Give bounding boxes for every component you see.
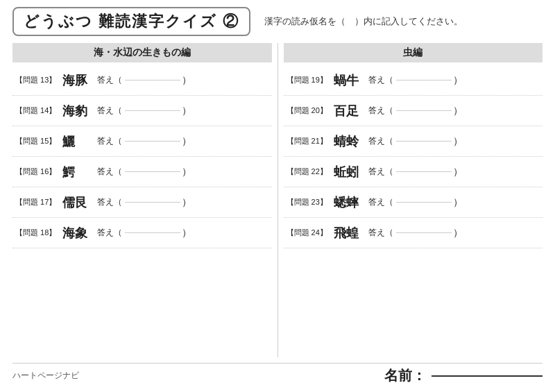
name-area: 名前： — [384, 366, 543, 385]
question-row: 【問題 16】鰐答え（） — [12, 157, 272, 187]
question-row: 【問題 19】蝸牛答え（） — [284, 65, 543, 96]
question-kanji: 蝸牛 — [334, 72, 363, 89]
question-number: 【問題 19】 — [287, 75, 328, 85]
answer-input-line[interactable] — [396, 202, 452, 203]
answer-input-line[interactable] — [125, 202, 180, 203]
answer-label: 答え（ — [97, 196, 122, 208]
question-row: 【問題 21】蜻蛉答え（） — [284, 126, 543, 157]
question-row: 【問題 18】海象答え（） — [12, 218, 272, 248]
answer-close-paren: ） — [182, 135, 191, 148]
name-input-line[interactable] — [432, 375, 543, 377]
question-kanji: 鰐 — [62, 164, 92, 180]
answer-input-line[interactable] — [396, 141, 452, 142]
question-number: 【問題 14】 — [15, 105, 57, 116]
left-section: 海・水辺の生きもの編 【問題 13】海豚答え（）【問題 14】海豹答え（）【問題… — [12, 43, 278, 357]
answer-close-paren: ） — [182, 74, 191, 87]
question-row: 【問題 22】蚯蚓答え（） — [284, 157, 543, 187]
answer-label: 答え（ — [97, 105, 122, 117]
answer-input-line[interactable] — [396, 232, 452, 233]
answer-label: 答え（ — [97, 227, 122, 239]
question-kanji: 儒艮 — [62, 194, 92, 211]
page: どうぶつ 難読漢字クイズ ② 漢字の読み仮名を（ ）内に記入してください。 海・… — [0, 0, 555, 392]
question-row: 【問題 24】飛蝗答え（） — [284, 218, 543, 248]
answer-label: 答え（ — [368, 227, 393, 239]
question-number: 【問題 16】 — [15, 167, 57, 177]
answer-input-line[interactable] — [396, 80, 452, 80]
question-kanji: 蜻蛉 — [334, 133, 363, 150]
question-number: 【問題 21】 — [287, 136, 328, 146]
answer-input-line[interactable] — [125, 171, 180, 172]
question-row: 【問題 23】蟋蟀答え（） — [284, 187, 543, 218]
question-kanji: 百足 — [334, 103, 363, 119]
answer-close-paren: ） — [453, 135, 463, 148]
answer-input-line[interactable] — [125, 232, 180, 233]
question-number: 【問題 24】 — [287, 228, 328, 238]
answer-close-paren: ） — [182, 105, 191, 117]
question-number: 【問題 13】 — [15, 75, 57, 85]
header: どうぶつ 難読漢字クイズ ② 漢字の読み仮名を（ ）内に記入してください。 — [12, 7, 543, 36]
answer-close-paren: ） — [453, 196, 463, 209]
question-number: 【問題 22】 — [287, 167, 328, 177]
question-kanji: 蟋蟀 — [334, 194, 363, 211]
question-kanji: 蚯蚓 — [334, 164, 363, 180]
footer: ハートページナビ 名前： — [12, 363, 543, 385]
answer-close-paren: ） — [182, 196, 191, 209]
question-number: 【問題 15】 — [15, 136, 57, 146]
question-row: 【問題 13】海豚答え（） — [12, 65, 272, 96]
answer-label: 答え（ — [97, 135, 122, 147]
question-row: 【問題 14】海豹答え（） — [12, 96, 272, 126]
answer-input-line[interactable] — [125, 110, 180, 111]
subtitle: 漢字の読み仮名を（ ）内に記入してください。 — [264, 15, 463, 28]
answer-close-paren: ） — [182, 227, 191, 239]
answer-input-line[interactable] — [125, 80, 180, 80]
question-row: 【問題 15】鱺答え（） — [12, 126, 272, 157]
page-title: どうぶつ 難読漢字クイズ ② — [12, 7, 250, 36]
answer-label: 答え（ — [368, 105, 393, 117]
question-number: 【問題 17】 — [15, 197, 57, 207]
question-kanji: 海象 — [62, 225, 92, 241]
left-section-header: 海・水辺の生きもの編 — [12, 43, 272, 62]
question-kanji: 鱺 — [62, 133, 92, 150]
answer-close-paren: ） — [453, 74, 463, 87]
answer-close-paren: ） — [453, 227, 463, 239]
answer-label: 答え（ — [368, 166, 393, 178]
answer-close-paren: ） — [453, 166, 463, 178]
answer-label: 答え（ — [368, 135, 393, 147]
question-number: 【問題 20】 — [287, 105, 328, 116]
answer-close-paren: ） — [453, 105, 463, 117]
left-questions: 【問題 13】海豚答え（）【問題 14】海豹答え（）【問題 15】鱺答え（）【問… — [12, 65, 272, 248]
answer-label: 答え（ — [368, 196, 393, 208]
question-kanji: 海豚 — [62, 72, 92, 89]
brand-label: ハートページナビ — [12, 370, 79, 382]
question-kanji: 海豹 — [62, 103, 92, 119]
answer-input-line[interactable] — [396, 171, 452, 172]
question-kanji: 飛蝗 — [334, 225, 363, 241]
question-row: 【問題 20】百足答え（） — [284, 96, 543, 126]
question-number: 【問題 18】 — [15, 228, 57, 238]
answer-close-paren: ） — [182, 166, 191, 178]
answer-input-line[interactable] — [125, 141, 180, 142]
answer-label: 答え（ — [368, 74, 393, 86]
answer-label: 答え（ — [97, 166, 122, 178]
question-number: 【問題 23】 — [287, 197, 328, 207]
answer-label: 答え（ — [97, 74, 122, 86]
right-section: 虫編 【問題 19】蝸牛答え（）【問題 20】百足答え（）【問題 21】蜻蛉答え… — [278, 43, 543, 357]
main-content: 海・水辺の生きもの編 【問題 13】海豚答え（）【問題 14】海豹答え（）【問題… — [12, 43, 543, 357]
name-label: 名前： — [384, 366, 426, 385]
right-section-header: 虫編 — [284, 43, 543, 62]
answer-input-line[interactable] — [396, 110, 452, 111]
question-row: 【問題 17】儒艮答え（） — [12, 187, 272, 218]
right-questions: 【問題 19】蝸牛答え（）【問題 20】百足答え（）【問題 21】蜻蛉答え（）【… — [284, 65, 543, 248]
